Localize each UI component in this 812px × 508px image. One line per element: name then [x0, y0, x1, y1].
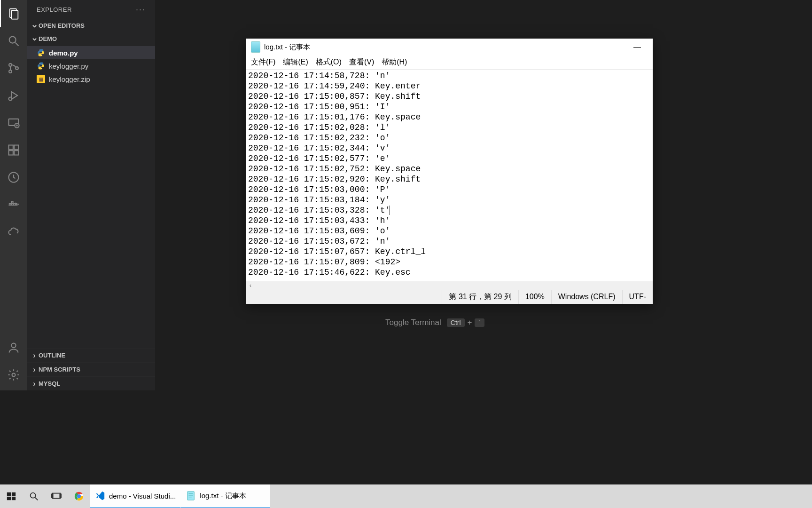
run-debug-icon[interactable]	[0, 82, 27, 109]
kbd-ctrl: Ctrl	[447, 318, 465, 327]
svg-rect-11	[9, 145, 13, 150]
chrome-icon	[74, 491, 84, 501]
explorer-sidebar: EXPLORER ··· OPEN EDITORS DEMO demo.py k…	[27, 0, 155, 390]
svg-line-31	[35, 498, 38, 500]
svg-point-4	[9, 64, 12, 66]
cloud-icon[interactable]	[0, 218, 27, 246]
task-view-button[interactable]	[45, 484, 68, 508]
scroll-left-icon[interactable]: ‹	[246, 282, 255, 289]
file-name: demo.py	[49, 49, 78, 57]
status-encoding: UTF-	[622, 290, 653, 304]
chevron-down-icon	[30, 33, 39, 44]
taskbar-app-label: log.txt - 记事本	[200, 492, 246, 500]
menu-help[interactable]: 帮助(H)	[379, 56, 410, 68]
svg-rect-27	[11, 492, 15, 496]
kbd-backtick: `	[475, 318, 484, 327]
toggle-terminal-hint: Toggle Terminal Ctrl + `	[385, 318, 484, 327]
svg-point-20	[11, 343, 16, 348]
svg-rect-32	[52, 493, 60, 499]
svg-point-5	[9, 70, 12, 73]
notepad-app-icon	[251, 41, 260, 53]
svg-point-30	[30, 493, 35, 498]
taskbar-notepad-app[interactable]: log.txt - 记事本	[181, 484, 270, 508]
minimize-button[interactable]: —	[626, 39, 648, 56]
svg-rect-13	[14, 151, 18, 155]
svg-point-25	[42, 68, 43, 69]
notepad-titlebar[interactable]: log.txt - 记事本 —	[246, 39, 653, 56]
svg-rect-14	[14, 145, 18, 150]
notepad-icon	[186, 491, 196, 501]
notepad-title: log.txt - 记事本	[264, 43, 310, 52]
activity-bar	[0, 0, 27, 390]
menu-edit[interactable]: 编辑(E)	[280, 56, 311, 68]
zip-file-icon: ▤	[37, 75, 45, 83]
outline-label: OUTLINE	[39, 352, 65, 359]
task-view-icon	[51, 491, 62, 501]
svg-point-22	[39, 50, 40, 51]
npm-label: NPM SCRIPTS	[39, 366, 80, 373]
circle-icon[interactable]	[0, 164, 27, 191]
svg-rect-26	[7, 492, 10, 496]
status-cursor-pos: 第 31 行，第 29 列	[442, 290, 518, 304]
extensions-icon[interactable]	[0, 136, 27, 164]
svg-rect-28	[7, 497, 10, 500]
svg-rect-38	[187, 492, 195, 500]
svg-point-23	[42, 55, 43, 56]
npm-scripts-section[interactable]: NPM SCRIPTS	[27, 362, 155, 376]
mysql-section[interactable]: MYSQL	[27, 376, 155, 390]
svg-line-3	[16, 43, 19, 46]
file-list: demo.py keylogger.py ▤ keylogger.zip	[27, 45, 155, 87]
svg-rect-12	[9, 151, 13, 155]
explorer-icon[interactable]	[0, 0, 27, 27]
remote-icon[interactable]	[0, 109, 27, 136]
chevron-down-icon	[30, 20, 39, 31]
project-label: DEMO	[39, 35, 57, 42]
notepad-statusbar: 第 31 行，第 29 列 100% Windows (CRLF) UTF-	[246, 290, 653, 304]
chrome-button[interactable]	[68, 484, 90, 508]
svg-point-2	[9, 37, 16, 43]
chevron-right-icon	[30, 351, 39, 360]
notepad-hscroll[interactable]: ‹	[246, 281, 653, 290]
chevron-right-icon	[30, 365, 39, 374]
svg-rect-19	[11, 201, 13, 203]
mysql-label: MYSQL	[39, 380, 60, 387]
windows-logo-icon	[6, 491, 16, 501]
source-control-icon[interactable]	[0, 55, 27, 82]
settings-icon[interactable]	[0, 361, 27, 389]
accounts-icon[interactable]	[0, 334, 27, 361]
python-file-icon	[37, 48, 45, 57]
status-zoom: 100%	[518, 290, 551, 304]
notepad-text-content[interactable]: 2020-12-16 17:14:58,728: 'n' 2020-12-16 …	[246, 70, 653, 281]
file-item[interactable]: demo.py	[27, 46, 155, 59]
docker-icon[interactable]	[0, 191, 27, 218]
taskbar-search-button[interactable]	[23, 484, 45, 508]
open-editors-label: OPEN EDITORS	[39, 22, 85, 29]
open-editors-section[interactable]: OPEN EDITORS	[27, 19, 155, 32]
kbd-plus: +	[468, 318, 472, 327]
file-item[interactable]: ▤ keylogger.zip	[27, 72, 155, 86]
explorer-more-icon[interactable]: ···	[136, 5, 146, 15]
explorer-header: EXPLORER ···	[27, 0, 155, 19]
svg-point-24	[39, 63, 40, 64]
menu-view[interactable]: 查看(V)	[346, 56, 377, 68]
svg-point-6	[16, 67, 18, 70]
project-section[interactable]: DEMO	[27, 32, 155, 45]
menu-format[interactable]: 格式(O)	[313, 56, 344, 68]
svg-point-21	[12, 373, 16, 377]
search-icon[interactable]	[0, 27, 27, 55]
python-file-icon	[37, 62, 45, 70]
taskbar-vscode-app[interactable]: demo - Visual Studi...	[90, 484, 181, 508]
windows-taskbar: demo - Visual Studi... log.txt - 记事本	[0, 484, 812, 508]
toggle-terminal-label: Toggle Terminal	[385, 318, 441, 327]
chevron-right-icon	[30, 380, 39, 388]
vscode-icon	[95, 491, 105, 501]
search-icon	[29, 491, 39, 501]
outline-section[interactable]: OUTLINE	[27, 348, 155, 362]
svg-rect-29	[11, 497, 15, 500]
file-item[interactable]: keylogger.py	[27, 59, 155, 72]
start-button[interactable]	[0, 484, 23, 508]
file-name: keylogger.zip	[49, 75, 90, 83]
menu-file[interactable]: 文件(F)	[248, 56, 278, 68]
taskbar-app-label: demo - Visual Studi...	[109, 492, 176, 500]
file-name: keylogger.py	[49, 62, 88, 70]
